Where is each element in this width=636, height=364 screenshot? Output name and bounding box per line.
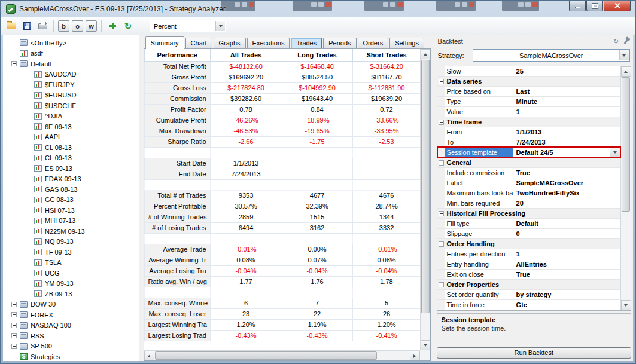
collapse-icon[interactable] (439, 211, 444, 216)
refresh-icon[interactable]: ↻ (612, 38, 620, 45)
tree-item-gc-08-13[interactable]: GC 08-13 (3, 195, 139, 206)
tree-item-rss[interactable]: RSS (3, 331, 139, 341)
tree-item-dow-30[interactable]: DOW 30 (3, 299, 139, 310)
property-value[interactable]: 0 (513, 229, 620, 238)
tab-summary[interactable]: Summary (145, 36, 184, 49)
chevron-down-icon[interactable] (610, 148, 620, 157)
property-historical-fill-processing[interactable]: Historical Fill Processing (437, 209, 620, 219)
tree-item-fdax-09-13[interactable]: FDAX 09-13 (3, 174, 139, 185)
property-general[interactable]: General (437, 158, 620, 168)
tab-orders[interactable]: Orders (358, 38, 389, 48)
scroll-down-icon[interactable] (421, 340, 431, 350)
display-selector[interactable]: Percent (150, 20, 226, 32)
property-value[interactable]: by strategy (513, 290, 620, 299)
property-min-bars-required[interactable]: Min. bars required20 (437, 198, 620, 209)
tab-chart[interactable]: Chart (185, 38, 212, 48)
splitter[interactable] (139, 35, 144, 361)
tree-item-ucg[interactable]: UCG (3, 268, 139, 279)
property-value[interactable]: 1 (513, 107, 620, 117)
print-button[interactable] (36, 20, 49, 33)
splitter[interactable] (431, 35, 435, 361)
tab-graphs[interactable]: Graphs (214, 38, 246, 48)
property-value[interactable]: AllEntries (513, 259, 620, 269)
tree-item-strategies[interactable]: Strategies (3, 351, 139, 361)
tree-item-n225m-09-13[interactable]: N225M 09-13 (3, 226, 139, 237)
property-value[interactable]: 7/24/2013 (513, 137, 620, 147)
tree-item-nasdaq-100[interactable]: NASDAQ 100 (3, 320, 139, 331)
property-time-frame[interactable]: Time frame (437, 117, 620, 127)
property-value[interactable]: 1 (513, 249, 620, 259)
expand-icon[interactable] (11, 323, 17, 328)
tree-item-cl-08-13[interactable]: CL 08-13 (3, 142, 139, 153)
tree-item-ym-09-13[interactable]: YM 09-13 (3, 279, 139, 289)
tree-item-aapl[interactable]: AAPL (3, 132, 139, 143)
tree-item-usdchf[interactable]: $USDCHF (3, 100, 139, 111)
collapse-icon[interactable] (439, 120, 444, 125)
strategy-selector[interactable]: SampleMACrossOver (473, 49, 630, 62)
expand-icon[interactable] (11, 333, 17, 338)
chevron-down-icon[interactable] (619, 50, 629, 60)
tab-trades[interactable]: Trades (291, 38, 322, 48)
tree-item-forex[interactable]: FOREX (3, 310, 139, 320)
property-maximum-bars-look-back[interactable]: Maximum bars look backTwoHundredFiftySix (437, 188, 620, 198)
table-horizontal-scrollbar[interactable] (144, 350, 420, 360)
property-data-series[interactable]: Data series (437, 77, 620, 87)
property-value[interactable]: Default (513, 219, 620, 228)
collapse-icon[interactable] (439, 282, 444, 287)
tree-item-nq-09-13[interactable]: NQ 09-13 (3, 237, 139, 247)
tree-item-eurjpy[interactable]: $EURJPY (3, 79, 139, 90)
open-folder-button[interactable] (5, 20, 18, 33)
property-from[interactable]: From1/1/2013 (437, 127, 620, 137)
tree-item-eurusd[interactable]: $EURUSD (3, 90, 139, 101)
tree-item-sp-500[interactable]: SP 500 (3, 341, 139, 352)
chevron-down-icon[interactable] (215, 21, 225, 31)
property-order-handling[interactable]: Order Handling (437, 239, 620, 249)
tree-item-hsi-07-13[interactable]: HSI 07-13 (3, 205, 139, 216)
tree-item-mhi-07-13[interactable]: MHI 07-13 (3, 216, 139, 227)
property-slow[interactable]: Slow25 (437, 66, 620, 77)
expand-icon[interactable] (11, 302, 17, 307)
property-value[interactable]: SampleMACrossOver (513, 178, 620, 188)
property-value[interactable]: True (513, 270, 620, 279)
property-include-commission[interactable]: Include commissionTrue (437, 168, 620, 178)
tree-item-es-09-13[interactable]: ES 09-13 (3, 163, 139, 174)
collapse-icon[interactable] (439, 241, 444, 247)
table-vertical-scrollbar[interactable] (420, 49, 430, 350)
optimize-mode-button[interactable]: o (72, 20, 83, 32)
property-to[interactable]: To7/24/2013 (437, 137, 620, 148)
property-price-based-on[interactable]: Price based onLast (437, 87, 620, 97)
property-type[interactable]: TypeMinute (437, 97, 620, 107)
scroll-right-icon[interactable] (410, 351, 420, 361)
collapse-icon[interactable] (11, 61, 17, 66)
tree-item-on-the-fly[interactable]: <On the fly> (3, 38, 139, 48)
property-order-properties[interactable]: Order Properties (437, 280, 620, 290)
property-time-in-force[interactable]: Time in forceGtc (437, 300, 620, 310)
scroll-up-icon[interactable] (421, 49, 431, 59)
property-entries-per-direction[interactable]: Entries per direction1 (437, 249, 620, 259)
scrollbar-thumb[interactable] (421, 60, 430, 313)
property-value[interactable]: True (513, 168, 620, 178)
maximize-button[interactable] (586, 1, 603, 11)
collapse-icon[interactable] (439, 160, 444, 166)
tree-item-zb-09-13[interactable]: ZB 09-13 (3, 289, 139, 299)
tab-executions[interactable]: Executions (247, 38, 290, 48)
tree-item-asdf[interactable]: asdf (3, 48, 139, 59)
collapse-icon[interactable] (439, 79, 444, 84)
property-session-template[interactable]: Session templateDefault 24/5 (437, 148, 620, 158)
tree-item-default[interactable]: Default (3, 59, 139, 69)
tab-periods[interactable]: Periods (323, 38, 356, 48)
property-value[interactable]: Minute (513, 97, 620, 106)
property-value[interactable]: Default 24/5 (513, 148, 620, 157)
tree-item-djia[interactable]: ^DJIA (3, 111, 139, 122)
scrollbar-thumb[interactable] (155, 351, 377, 360)
run-backtest-button[interactable]: Run Backtest (437, 347, 631, 359)
minimize-button[interactable] (569, 1, 586, 11)
tree-item-tsla[interactable]: TSLA (3, 258, 139, 268)
close-button[interactable] (604, 1, 631, 11)
tab-settings[interactable]: Settings (389, 38, 424, 48)
property-fill-type[interactable]: Fill typeDefault (437, 219, 620, 229)
properties-scrollbar[interactable] (620, 66, 631, 310)
property-value[interactable]: 25 (513, 66, 620, 76)
tree-item-tf-09-13[interactable]: TF 09-13 (3, 247, 139, 258)
titlebar[interactable]: SampleMACrossOver - ES 09-13 [7/25/2013]… (1, 1, 635, 17)
